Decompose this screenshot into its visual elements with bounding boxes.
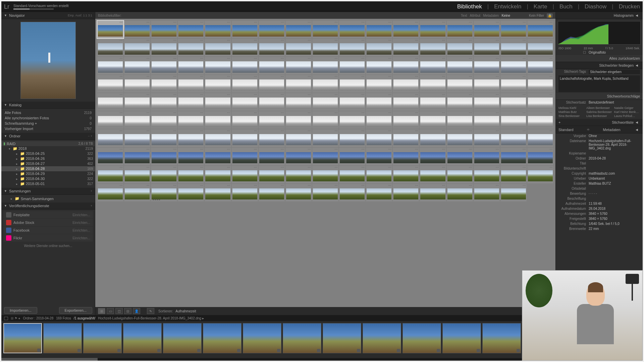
keyword-list-header[interactable]: +Stichwortliste◀ <box>556 119 643 126</box>
grid-cell[interactable]: ••• <box>447 148 473 165</box>
catalog-prev-import[interactable]: Vorheriger Import1797 <box>1 126 95 131</box>
meta-Beschriftung[interactable]: Beschriftung <box>556 196 643 201</box>
meta-Urheber[interactable]: UrheberUnbekannt <box>556 176 643 181</box>
grid-cell[interactable]: ••• <box>366 111 392 129</box>
meta-Ersteller[interactable]: ErstellerMatthias BUTZ <box>556 181 643 186</box>
grid-cell[interactable]: ••• <box>527 129 553 147</box>
sort-value[interactable]: Aufnahmezeit <box>175 309 196 313</box>
grid-cell[interactable]: ••• <box>312 75 338 93</box>
view-people-icon[interactable]: 👤 <box>133 308 140 314</box>
meta-Freigestellt[interactable]: Freigestellt3840 × 5760 <box>556 216 643 221</box>
grid-cell[interactable]: ••• <box>151 21 177 38</box>
filmstrip-cell[interactable] <box>163 323 202 353</box>
grid-cell[interactable]: ••• <box>339 21 365 38</box>
grid-cell[interactable]: ••• <box>447 39 473 56</box>
grid-cell[interactable]: ••• <box>393 21 419 38</box>
grid-cell[interactable]: ••• <box>500 111 527 129</box>
painter-icon[interactable]: ✎ <box>147 308 154 314</box>
grid-cell[interactable]: ••• <box>259 184 285 201</box>
grid-cell[interactable]: ••• <box>527 93 553 111</box>
filter-tab-Metadaten[interactable]: Metadaten <box>483 14 499 17</box>
grid-cell[interactable]: ••• <box>205 166 231 183</box>
grid-cell[interactable]: ••• <box>393 111 419 129</box>
grid-cell[interactable]: ••• <box>366 129 392 147</box>
grid-cell[interactable]: ••• <box>527 57 553 74</box>
grid-cell[interactable]: ••• <box>97 184 123 201</box>
grid-cell[interactable]: ••• <box>97 166 123 183</box>
grid-cell[interactable]: ••• <box>285 166 312 183</box>
grid-area[interactable]: ••••••••••••••••••••••••••••••••••••••••… <box>95 19 555 307</box>
grid-cell[interactable]: ••• <box>500 166 527 183</box>
keyword-suggestion[interactable]: Matthias Butz <box>558 110 584 114</box>
grid-cell[interactable]: ••• <box>97 111 123 129</box>
grid-cell[interactable]: ••• <box>178 39 204 56</box>
grid-cell[interactable]: ••• <box>178 129 204 147</box>
grid-cell[interactable]: ••• <box>393 166 419 183</box>
grid-cell[interactable]: ••• <box>232 111 258 129</box>
second-window-icon[interactable] <box>4 317 8 320</box>
module-map[interactable]: Karte <box>534 3 547 10</box>
original-checkbox[interactable]: Originalfoto <box>589 51 640 54</box>
grid-cell[interactable]: ••• <box>339 75 365 93</box>
grid-cell[interactable]: ••• <box>259 39 285 56</box>
grid-cell[interactable]: ••• <box>474 75 500 93</box>
grid-cell[interactable]: ••• <box>500 148 527 165</box>
keyword-suggestion[interactable]: Laura Pohlod… <box>614 114 640 118</box>
grid-cell[interactable]: ••• <box>339 39 365 56</box>
grid-cell[interactable]: ••• <box>178 93 204 111</box>
grid-cell[interactable]: ••• <box>259 148 285 165</box>
filter-tab-Attribut[interactable]: Attribut <box>470 14 480 17</box>
grid-cell[interactable]: ••• <box>420 93 446 111</box>
collections-header[interactable]: ▼ Sammlungen + <box>1 188 95 195</box>
grid-cell[interactable]: ••• <box>447 93 473 111</box>
grid-cell[interactable]: ••• <box>366 184 392 201</box>
publish-header[interactable]: ▼ Veröffentlichungsdienste + <box>1 202 95 209</box>
histogram-header[interactable]: Histogramm ◀ <box>556 12 643 19</box>
meta-Belichtung[interactable]: Belichtung1/640 Sek. bei f / 5,0 <box>556 221 643 226</box>
import-button[interactable]: Importieren... <box>4 307 37 314</box>
grid-cell[interactable]: ••• <box>97 57 123 74</box>
grid-cell[interactable]: ••• <box>178 75 204 93</box>
grid-cell[interactable]: ••• <box>97 21 123 38</box>
grid-cell[interactable]: ••• <box>474 129 500 147</box>
grid-cell[interactable]: ••• <box>124 93 150 111</box>
grid-cell[interactable]: ••• <box>393 184 419 201</box>
grid-cell[interactable]: ••• <box>527 148 553 165</box>
grid-cell[interactable]: ••• <box>97 75 123 93</box>
grid-cell[interactable]: ••• <box>527 111 553 129</box>
meta-Bildunterschrift[interactable]: Bildunterschrift <box>556 166 643 171</box>
grid-cell[interactable]: ••• <box>259 21 285 38</box>
grid-cell[interactable]: ••• <box>474 148 500 165</box>
grid-cell[interactable]: ••• <box>339 148 365 165</box>
grid-cell[interactable]: ••• <box>527 39 553 56</box>
grid-cell[interactable]: ••• <box>420 129 446 147</box>
grid-cell[interactable]: ••• <box>151 39 177 56</box>
filmstrip-cell[interactable] <box>243 323 281 353</box>
grid-cell[interactable]: ••• <box>312 39 338 56</box>
folder-2018-04-26[interactable]: ▸📁 2018-04-26363 <box>1 156 95 161</box>
view-compare-icon[interactable]: ◫ <box>115 308 123 314</box>
grid-cell[interactable]: ••• <box>124 39 150 56</box>
grid-cell[interactable]: ••• <box>420 166 446 183</box>
grid-cell[interactable]: ••• <box>500 75 527 93</box>
grid-cell[interactable]: ••• <box>312 111 338 129</box>
grid-cell[interactable]: ••• <box>339 184 365 201</box>
grid-cell[interactable]: ••• <box>312 129 338 147</box>
grid-cell[interactable]: ••• <box>447 111 473 129</box>
grid-cell[interactable]: ••• <box>205 57 231 74</box>
grid-cell[interactable]: ••• <box>312 21 338 38</box>
grid-cell[interactable]: ••• <box>312 166 338 183</box>
module-print[interactable]: Drucken <box>619 3 640 10</box>
grid-cell[interactable]: ••• <box>205 75 231 93</box>
grid-cell[interactable]: ••• <box>312 184 338 201</box>
publish-Facebook[interactable]: FacebookEinrichten... <box>3 227 93 234</box>
grid-cell[interactable]: ••• <box>339 166 365 183</box>
grid-cell[interactable]: ••• <box>97 129 123 147</box>
grid-cell[interactable]: ••• <box>151 57 177 74</box>
keyword-suggestion[interactable]: Aileen Benkesser <box>586 106 612 110</box>
grid-cell[interactable]: ••• <box>474 166 500 183</box>
grid-cell[interactable]: ••• <box>232 166 258 183</box>
keyword-textarea[interactable]: Landschaftsfotografie, Mark Kupla, Schot… <box>558 75 640 92</box>
grid-cell[interactable]: ••• <box>178 148 204 165</box>
grid-cell[interactable]: ••• <box>232 75 258 93</box>
